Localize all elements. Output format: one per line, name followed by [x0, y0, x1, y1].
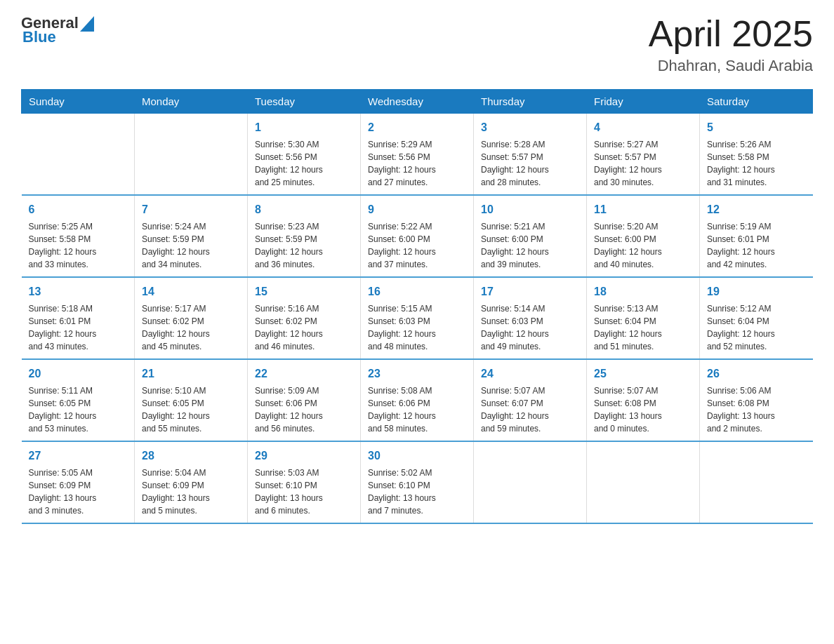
day-number: 2: [368, 119, 466, 136]
location-title: Dhahran, Saudi Arabia: [649, 57, 813, 75]
logo: General Blue: [21, 14, 94, 46]
day-number: 16: [368, 283, 466, 300]
weekday-header-thursday: Thursday: [474, 90, 587, 114]
day-number: 4: [594, 119, 692, 136]
calendar-cell: 8Sunrise: 5:23 AM Sunset: 5:59 PM Daylig…: [248, 195, 361, 277]
calendar-cell: 26Sunrise: 5:06 AM Sunset: 6:08 PM Dayli…: [700, 359, 813, 441]
day-number: 19: [707, 283, 806, 300]
day-info: Sunrise: 5:29 AM Sunset: 5:56 PM Dayligh…: [368, 138, 466, 189]
day-number: 26: [707, 365, 806, 382]
day-number: 12: [707, 201, 806, 218]
calendar-cell: 10Sunrise: 5:21 AM Sunset: 6:00 PM Dayli…: [474, 195, 587, 277]
calendar-body: 1Sunrise: 5:30 AM Sunset: 5:56 PM Daylig…: [22, 114, 813, 524]
weekday-header-saturday: Saturday: [700, 90, 813, 114]
day-info: Sunrise: 5:26 AM Sunset: 5:58 PM Dayligh…: [707, 138, 806, 189]
calendar-cell: 27Sunrise: 5:05 AM Sunset: 6:09 PM Dayli…: [22, 441, 135, 523]
calendar-cell: 11Sunrise: 5:20 AM Sunset: 6:00 PM Dayli…: [587, 195, 700, 277]
calendar-cell: 1Sunrise: 5:30 AM Sunset: 5:56 PM Daylig…: [248, 114, 361, 196]
day-number: 11: [594, 201, 692, 218]
day-info: Sunrise: 5:07 AM Sunset: 6:08 PM Dayligh…: [594, 384, 692, 435]
calendar-cell: 2Sunrise: 5:29 AM Sunset: 5:56 PM Daylig…: [361, 114, 474, 196]
day-info: Sunrise: 5:14 AM Sunset: 6:03 PM Dayligh…: [481, 302, 579, 353]
calendar-header: SundayMondayTuesdayWednesdayThursdayFrid…: [22, 90, 813, 114]
day-number: 27: [29, 448, 128, 464]
day-info: Sunrise: 5:10 AM Sunset: 6:05 PM Dayligh…: [142, 384, 240, 435]
day-info: Sunrise: 5:18 AM Sunset: 6:01 PM Dayligh…: [29, 302, 128, 353]
day-info: Sunrise: 5:04 AM Sunset: 6:09 PM Dayligh…: [142, 467, 240, 517]
calendar-cell: 21Sunrise: 5:10 AM Sunset: 6:05 PM Dayli…: [135, 359, 248, 441]
week-row-4: 20Sunrise: 5:11 AM Sunset: 6:05 PM Dayli…: [22, 359, 813, 441]
calendar-cell: [587, 441, 700, 523]
day-number: 3: [481, 119, 579, 136]
day-info: Sunrise: 5:24 AM Sunset: 5:59 PM Dayligh…: [142, 220, 240, 271]
day-number: 14: [142, 283, 240, 300]
week-row-3: 13Sunrise: 5:18 AM Sunset: 6:01 PM Dayli…: [22, 277, 813, 359]
day-info: Sunrise: 5:27 AM Sunset: 5:57 PM Dayligh…: [594, 138, 692, 189]
calendar-cell: 13Sunrise: 5:18 AM Sunset: 6:01 PM Dayli…: [22, 277, 135, 359]
day-info: Sunrise: 5:13 AM Sunset: 6:04 PM Dayligh…: [594, 302, 692, 353]
page-header: General Blue April 2025 Dhahran, Saudi A…: [21, 14, 813, 75]
day-info: Sunrise: 5:25 AM Sunset: 5:58 PM Dayligh…: [29, 220, 128, 271]
calendar-cell: 12Sunrise: 5:19 AM Sunset: 6:01 PM Dayli…: [700, 195, 813, 277]
calendar-cell: 9Sunrise: 5:22 AM Sunset: 6:00 PM Daylig…: [361, 195, 474, 277]
day-info: Sunrise: 5:02 AM Sunset: 6:10 PM Dayligh…: [368, 467, 466, 517]
day-number: 7: [142, 201, 240, 218]
day-info: Sunrise: 5:06 AM Sunset: 6:08 PM Dayligh…: [707, 384, 806, 435]
day-info: Sunrise: 5:16 AM Sunset: 6:02 PM Dayligh…: [255, 302, 353, 353]
day-number: 28: [142, 448, 240, 464]
day-info: Sunrise: 5:07 AM Sunset: 6:07 PM Dayligh…: [481, 384, 579, 435]
weekday-header-friday: Friday: [587, 90, 700, 114]
calendar-cell: 28Sunrise: 5:04 AM Sunset: 6:09 PM Dayli…: [135, 441, 248, 523]
day-info: Sunrise: 5:09 AM Sunset: 6:06 PM Dayligh…: [255, 384, 353, 435]
logo-triangle-icon: [80, 16, 94, 32]
day-info: Sunrise: 5:08 AM Sunset: 6:06 PM Dayligh…: [368, 384, 466, 435]
week-row-5: 27Sunrise: 5:05 AM Sunset: 6:09 PM Dayli…: [22, 441, 813, 523]
day-info: Sunrise: 5:12 AM Sunset: 6:04 PM Dayligh…: [707, 302, 806, 353]
svg-marker-0: [80, 16, 94, 32]
title-section: April 2025 Dhahran, Saudi Arabia: [649, 14, 813, 75]
calendar-cell: 20Sunrise: 5:11 AM Sunset: 6:05 PM Dayli…: [22, 359, 135, 441]
day-number: 8: [255, 201, 353, 218]
calendar-cell: 19Sunrise: 5:12 AM Sunset: 6:04 PM Dayli…: [700, 277, 813, 359]
logo-blue-text: Blue: [22, 28, 56, 46]
calendar-cell: 29Sunrise: 5:03 AM Sunset: 6:10 PM Dayli…: [248, 441, 361, 523]
week-row-2: 6Sunrise: 5:25 AM Sunset: 5:58 PM Daylig…: [22, 195, 813, 277]
calendar-cell: 16Sunrise: 5:15 AM Sunset: 6:03 PM Dayli…: [361, 277, 474, 359]
calendar-cell: 7Sunrise: 5:24 AM Sunset: 5:59 PM Daylig…: [135, 195, 248, 277]
calendar-cell: 15Sunrise: 5:16 AM Sunset: 6:02 PM Dayli…: [248, 277, 361, 359]
day-number: 17: [481, 283, 579, 300]
calendar-cell: 6Sunrise: 5:25 AM Sunset: 5:58 PM Daylig…: [22, 195, 135, 277]
day-info: Sunrise: 5:17 AM Sunset: 6:02 PM Dayligh…: [142, 302, 240, 353]
day-number: 9: [368, 201, 466, 218]
day-number: 20: [29, 365, 128, 382]
day-info: Sunrise: 5:05 AM Sunset: 6:09 PM Dayligh…: [29, 467, 128, 517]
weekday-header-tuesday: Tuesday: [248, 90, 361, 114]
month-title: April 2025: [649, 14, 813, 54]
day-info: Sunrise: 5:03 AM Sunset: 6:10 PM Dayligh…: [255, 467, 353, 517]
day-number: 30: [368, 448, 466, 464]
day-number: 15: [255, 283, 353, 300]
day-info: Sunrise: 5:15 AM Sunset: 6:03 PM Dayligh…: [368, 302, 466, 353]
week-row-1: 1Sunrise: 5:30 AM Sunset: 5:56 PM Daylig…: [22, 114, 813, 196]
day-number: 10: [481, 201, 579, 218]
day-info: Sunrise: 5:28 AM Sunset: 5:57 PM Dayligh…: [481, 138, 579, 189]
calendar-cell: 23Sunrise: 5:08 AM Sunset: 6:06 PM Dayli…: [361, 359, 474, 441]
day-number: 5: [707, 119, 806, 136]
calendar-cell: 17Sunrise: 5:14 AM Sunset: 6:03 PM Dayli…: [474, 277, 587, 359]
calendar-cell: 4Sunrise: 5:27 AM Sunset: 5:57 PM Daylig…: [587, 114, 700, 196]
day-number: 24: [481, 365, 579, 382]
day-info: Sunrise: 5:21 AM Sunset: 6:00 PM Dayligh…: [481, 220, 579, 271]
weekday-header-row: SundayMondayTuesdayWednesdayThursdayFrid…: [22, 90, 813, 114]
day-info: Sunrise: 5:30 AM Sunset: 5:56 PM Dayligh…: [255, 138, 353, 189]
weekday-header-sunday: Sunday: [22, 90, 135, 114]
day-number: 1: [255, 119, 353, 136]
calendar-cell: [474, 441, 587, 523]
calendar-cell: 14Sunrise: 5:17 AM Sunset: 6:02 PM Dayli…: [135, 277, 248, 359]
calendar-cell: [135, 114, 248, 196]
day-number: 22: [255, 365, 353, 382]
day-number: 18: [594, 283, 692, 300]
calendar-cell: 5Sunrise: 5:26 AM Sunset: 5:58 PM Daylig…: [700, 114, 813, 196]
day-info: Sunrise: 5:20 AM Sunset: 6:00 PM Dayligh…: [594, 220, 692, 271]
day-number: 6: [29, 201, 128, 218]
calendar-table: SundayMondayTuesdayWednesdayThursdayFrid…: [21, 89, 813, 524]
